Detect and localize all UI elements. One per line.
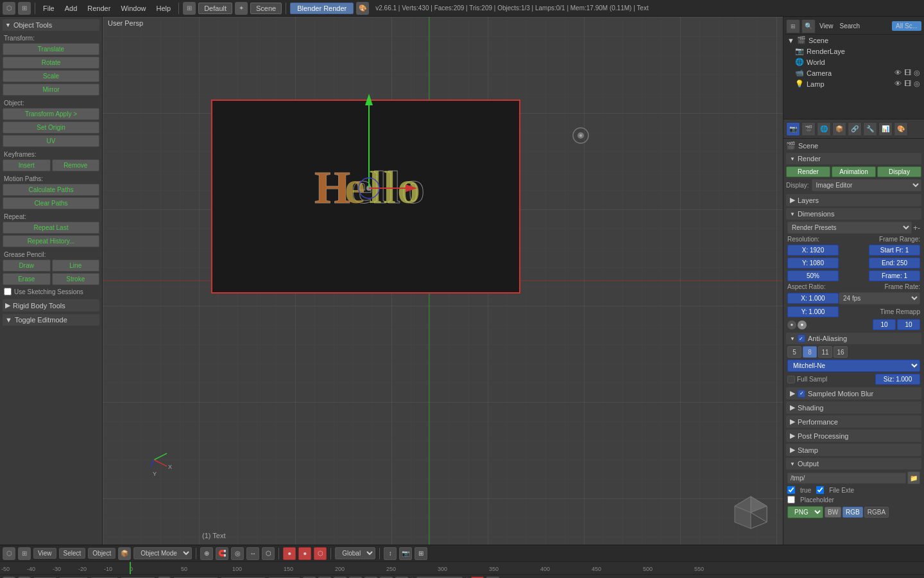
outliner-search-btn[interactable]: 🔍 bbox=[801, 19, 816, 33]
insert-keyframe-btn[interactable]: Insert bbox=[3, 159, 51, 171]
aa-section-header[interactable]: ▼ ✓ Anti-Aliasing bbox=[786, 333, 921, 344]
display-btn[interactable]: Display bbox=[877, 166, 921, 177]
track-btn[interactable]: ⬡ bbox=[314, 547, 327, 560]
frame-input[interactable] bbox=[869, 270, 920, 281]
rgba-btn[interactable]: RGBA bbox=[864, 507, 889, 518]
animation-btn[interactable]: Animation bbox=[832, 166, 876, 177]
render-btn[interactable]: Render bbox=[786, 166, 830, 177]
placeholder-checkbox[interactable] bbox=[787, 496, 795, 504]
toggle-editmode-section[interactable]: ▼ Toggle Editmode bbox=[3, 314, 99, 326]
camera-row[interactable]: 📹 Camera 👁 🎞 ◎ bbox=[785, 67, 923, 78]
layout-icon[interactable]: ⊞ bbox=[183, 2, 196, 15]
mode-select[interactable]: Object Mode bbox=[133, 547, 192, 559]
mirror-btn[interactable]: Mirror bbox=[3, 83, 99, 96]
file-menu[interactable]: File bbox=[39, 3, 58, 13]
aa-filter-select[interactable]: Mitchell-Ne bbox=[787, 360, 920, 372]
motion-blur-checkbox[interactable]: ✓ bbox=[798, 390, 805, 398]
presets-remove-icon[interactable]: - bbox=[918, 223, 920, 232]
world-props-icon[interactable]: 🌐 bbox=[817, 122, 831, 136]
scene-row[interactable]: ▼ 🎬 Scene bbox=[785, 35, 923, 46]
scene-selector[interactable]: Scene bbox=[250, 3, 282, 14]
proportional-btn[interactable]: ◎ bbox=[231, 547, 244, 560]
render-presets-select[interactable]: Render Presets bbox=[787, 222, 912, 234]
display-select[interactable]: Image Editor bbox=[812, 179, 921, 191]
add-menu[interactable]: Add bbox=[61, 3, 81, 13]
repeat-last-btn[interactable]: Repeat Last bbox=[3, 222, 99, 234]
aa-checkbox[interactable]: ✓ bbox=[798, 335, 805, 342]
line-btn[interactable]: Line bbox=[52, 259, 100, 272]
post-processing-section[interactable]: ▶ Post Processing bbox=[786, 430, 921, 442]
layers-section[interactable]: ▶ Layers bbox=[786, 194, 921, 206]
clear-paths-btn[interactable]: Clear Paths bbox=[3, 197, 99, 209]
remove-keyframe-btn[interactable]: Remove bbox=[52, 159, 100, 171]
view-btn[interactable]: View bbox=[33, 548, 56, 559]
rotate-btn[interactable]: Rotate bbox=[3, 57, 99, 69]
output-section-header[interactable]: ▼ Output bbox=[786, 458, 921, 469]
record-btn[interactable]: ● bbox=[298, 547, 311, 560]
repeat-history-btn[interactable]: Repeat History... bbox=[3, 235, 99, 247]
mirror-btn[interactable]: ⬡ bbox=[262, 547, 275, 560]
presets-add-icon[interactable]: + bbox=[913, 223, 918, 232]
output-path-input[interactable] bbox=[787, 473, 906, 484]
aa-sample-5[interactable]: 5 bbox=[787, 346, 801, 358]
erase-btn[interactable]: Erase bbox=[3, 273, 51, 285]
lamp-render-icon[interactable]: 🎞 bbox=[904, 80, 911, 88]
constraints-icon[interactable]: 🔗 bbox=[848, 122, 862, 136]
set-origin-btn[interactable]: Set Origin bbox=[3, 121, 99, 134]
transform-apply-btn[interactable]: Transform Apply > bbox=[3, 108, 99, 120]
translate-btn[interactable]: Translate bbox=[3, 43, 99, 55]
time-remap-new[interactable] bbox=[897, 319, 920, 330]
renderer-selector[interactable]: Blender Render bbox=[290, 3, 354, 14]
percent-input[interactable] bbox=[787, 270, 839, 281]
fps-select[interactable]: 24 fps bbox=[839, 292, 920, 304]
aa-sample-11[interactable]: 11 bbox=[818, 346, 832, 358]
view-panel-btn[interactable]: ⊞ bbox=[415, 547, 427, 560]
calculate-paths-btn[interactable]: Calculate Paths bbox=[3, 184, 99, 196]
aa-sample-8[interactable]: 8 bbox=[803, 346, 817, 358]
snap-btn[interactable]: 🧲 bbox=[216, 547, 228, 560]
motion-blur-section[interactable]: ▶ ✓ Sampled Motion Blur bbox=[786, 387, 921, 399]
camera-render-icon[interactable]: 🎞 bbox=[904, 69, 911, 77]
navigation-cube[interactable] bbox=[732, 493, 770, 532]
data-icon[interactable]: 📊 bbox=[878, 122, 893, 136]
format-select[interactable]: PNG bbox=[787, 506, 823, 518]
scene-props-icon[interactable]: 🎬 bbox=[801, 122, 816, 136]
world-row[interactable]: 🌐 World bbox=[785, 57, 923, 67]
modifiers-icon[interactable]: 🔧 bbox=[863, 122, 877, 136]
resolution-x-input[interactable] bbox=[787, 245, 839, 256]
stroke-btn[interactable]: Stroke bbox=[52, 273, 100, 285]
use-sketching-checkbox[interactable] bbox=[4, 288, 12, 295]
aspect-x-input[interactable] bbox=[787, 293, 839, 304]
end-frame-input[interactable] bbox=[869, 258, 920, 268]
scale-btn[interactable]: Scale bbox=[3, 70, 99, 82]
start-frame-input[interactable] bbox=[869, 245, 920, 256]
rgb-btn[interactable]: RGB bbox=[843, 507, 863, 518]
camera-visible-icon[interactable]: 👁 bbox=[894, 69, 902, 77]
material-icon[interactable]: 🎨 bbox=[894, 122, 908, 136]
performance-section[interactable]: ▶ Performance bbox=[786, 416, 921, 428]
select-btn[interactable]: Select bbox=[59, 548, 86, 559]
object-props-icon[interactable]: 📦 bbox=[832, 122, 846, 136]
camera-view-btn[interactable]: 📷 bbox=[399, 547, 412, 560]
render-props-icon[interactable]: 📷 bbox=[786, 122, 800, 136]
full-sample-checkbox[interactable] bbox=[787, 376, 795, 383]
aa-size-input[interactable] bbox=[875, 374, 920, 385]
shading-section[interactable]: ▶ Shading bbox=[786, 401, 921, 414]
resolution-y-input[interactable] bbox=[787, 258, 839, 268]
view-mode-icon[interactable]: ⊞ bbox=[18, 2, 31, 15]
render-menu[interactable]: Render bbox=[83, 3, 114, 13]
aspect-y-input[interactable] bbox=[787, 306, 839, 317]
lamp-select-icon[interactable]: ◎ bbox=[914, 80, 920, 88]
window-menu[interactable]: Window bbox=[117, 3, 150, 13]
preset-selector[interactable]: Default bbox=[198, 3, 232, 14]
origin-btn[interactable]: ⊕ bbox=[200, 547, 213, 560]
render-section-header[interactable]: ▼ Render bbox=[786, 153, 921, 164]
draw-btn[interactable]: Draw bbox=[3, 259, 51, 272]
lamp-visible-icon[interactable]: 👁 bbox=[894, 80, 902, 88]
help-menu[interactable]: Help bbox=[153, 3, 175, 13]
viewport[interactable]: User Persp Hello H bbox=[103, 17, 783, 545]
all-scenes-btn[interactable]: All Sc... bbox=[892, 21, 921, 31]
manipulator-btn[interactable]: ↕ bbox=[384, 547, 397, 560]
output-path-browse-btn[interactable]: 📁 bbox=[907, 471, 920, 484]
bw-btn[interactable]: BW bbox=[825, 507, 841, 518]
